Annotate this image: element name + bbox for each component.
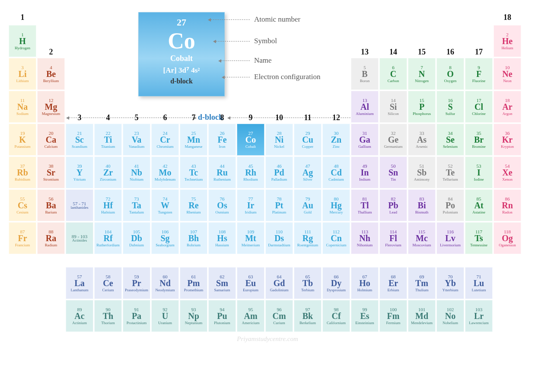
element-name: Lead	[389, 210, 397, 215]
element-Pa: 91PaProtactinium	[123, 300, 150, 332]
element-name: Radium	[45, 243, 57, 248]
element-name: Barium	[45, 210, 57, 215]
element-Gd: 64GdGadolinium	[265, 267, 293, 299]
element-name: Radon	[502, 210, 513, 215]
element-name: Argon	[503, 112, 513, 116]
element-name: Silicon	[388, 112, 399, 116]
element-Th: 90ThThorium	[94, 300, 122, 332]
element-Fr: 87FrFrancium	[9, 222, 36, 254]
element-symbol: Al	[360, 102, 369, 112]
element-name: Boron	[360, 79, 370, 83]
element-symbol: Fe	[217, 135, 226, 144]
element-Zr: 40ZrZirconium	[94, 156, 122, 188]
element-Lr: 103LrLawrencium	[465, 300, 493, 332]
element-Os: 76OsOsmium	[208, 189, 236, 221]
element-name: Aluminium	[356, 112, 374, 116]
element-Bk: 97BkBerkelium	[294, 300, 322, 332]
element-symbol: Cr	[160, 135, 170, 144]
group-label-12: 12	[322, 113, 350, 122]
element-Te: 52TeTellurium	[436, 156, 464, 188]
group-label-14: 14	[379, 48, 407, 57]
element-symbol: Kr	[502, 135, 513, 144]
group-label-5: 5	[123, 113, 150, 122]
element-Nd: 60NdNeodymium	[151, 267, 179, 299]
element-symbol: Nh	[359, 233, 370, 243]
highlight-name: Cobalt	[170, 54, 193, 63]
element-Bh: 107BhBohrium	[180, 222, 207, 254]
element-Ar: 18ArArgon	[494, 91, 521, 123]
element-H: 1HHydrogen	[9, 25, 36, 57]
element-name: Ruthenium	[213, 177, 231, 182]
element-name: Dubnium	[129, 243, 144, 248]
element-symbol: Ra	[46, 233, 56, 243]
element-symbol: Ts	[474, 233, 483, 243]
element-name: Hydrogen	[15, 46, 30, 51]
element-symbol: Re	[188, 201, 198, 210]
element-name: Bohrium	[187, 243, 201, 248]
element-name: Livermorium	[440, 243, 461, 248]
group-label-7: 7	[180, 113, 207, 122]
element-symbol: Mo	[159, 168, 172, 177]
element-name: Bromine	[472, 144, 486, 149]
element-symbol: Hs	[217, 233, 227, 243]
element-name: Carbon	[388, 79, 399, 83]
element-symbol: Co	[245, 135, 256, 144]
element-symbol: Rf	[103, 233, 112, 243]
element-Pb: 82PbLead	[379, 189, 407, 221]
element-Ge: 32GeGermanium	[379, 124, 407, 156]
element-symbol: In	[361, 168, 369, 177]
element-name: Technetium	[185, 177, 203, 182]
element-Sg: 106SgSeaborgium	[151, 222, 179, 254]
element-symbol: Na	[17, 102, 28, 112]
element-Sr: 38SrStrontium	[37, 156, 65, 188]
element-Rg: 111RgRoentgenium	[294, 222, 322, 254]
element-Md: 101MdMendelevium	[408, 300, 436, 332]
element-Mc: 115McMoscovium	[408, 222, 436, 254]
element-name: Roentgenium	[297, 243, 318, 248]
element-symbol: Mg	[45, 102, 57, 112]
element-Am: 95AmAmericium	[237, 300, 264, 332]
element-symbol: Rg	[303, 233, 313, 243]
element-symbol: At	[474, 201, 483, 210]
element-Ra: 88RaRadium	[37, 222, 65, 254]
element-Cs: 55CsCesium	[9, 189, 36, 221]
element-name: Titanium	[101, 144, 115, 149]
element-U: 92UUranium	[151, 300, 179, 332]
element-symbol: N	[419, 69, 425, 79]
element-symbol: Sg	[160, 233, 169, 243]
element-He: 2HeHelium	[494, 25, 521, 57]
element-name: Silver	[303, 177, 312, 182]
element-name: Antimony	[414, 177, 430, 182]
element-symbol: As	[417, 135, 427, 144]
element-Nb: 41NbNiobium	[123, 156, 150, 188]
element-symbol: Xe	[502, 168, 512, 177]
element-symbol: Po	[446, 201, 455, 210]
element-name: Copper	[302, 144, 314, 149]
element-name: Iridium	[245, 210, 257, 215]
element-name: Zinc	[333, 144, 340, 149]
element-symbol: Sb	[417, 168, 427, 177]
element-symbol: Rn	[502, 201, 513, 210]
element-name: Nitrogen	[415, 79, 429, 83]
element-symbol: Ca	[46, 135, 56, 144]
element-symbol: Ni	[275, 135, 283, 144]
element-Cn: 112CnCopernicium	[322, 222, 350, 254]
element-name: Thallium	[358, 210, 372, 215]
element-name: Nihonium	[357, 243, 373, 248]
element-Sc: 21ScScandium	[66, 124, 93, 156]
element-symbol: Se	[446, 135, 455, 144]
element-symbol: Os	[217, 201, 227, 210]
element-symbol: Pt	[275, 201, 283, 210]
element-symbol: Bi	[418, 201, 426, 210]
element-Na: 11NaSodium	[9, 91, 36, 123]
element-name: Meitnerium	[242, 243, 260, 248]
element-N: 7NNitrogen	[408, 58, 436, 90]
element-Ds: 110DsDarmstadtium	[265, 222, 293, 254]
element-Yb: 70YbYtterbium	[436, 267, 464, 299]
element-Nh: 113NhNihonium	[351, 222, 379, 254]
element-Ta: 73TaTantalum	[123, 189, 150, 221]
element-symbol: W	[161, 201, 169, 210]
element-name: Germanium	[384, 144, 403, 149]
element-Ac: 89AcActinium	[66, 300, 93, 332]
arrow-atomic-number	[211, 19, 250, 20]
